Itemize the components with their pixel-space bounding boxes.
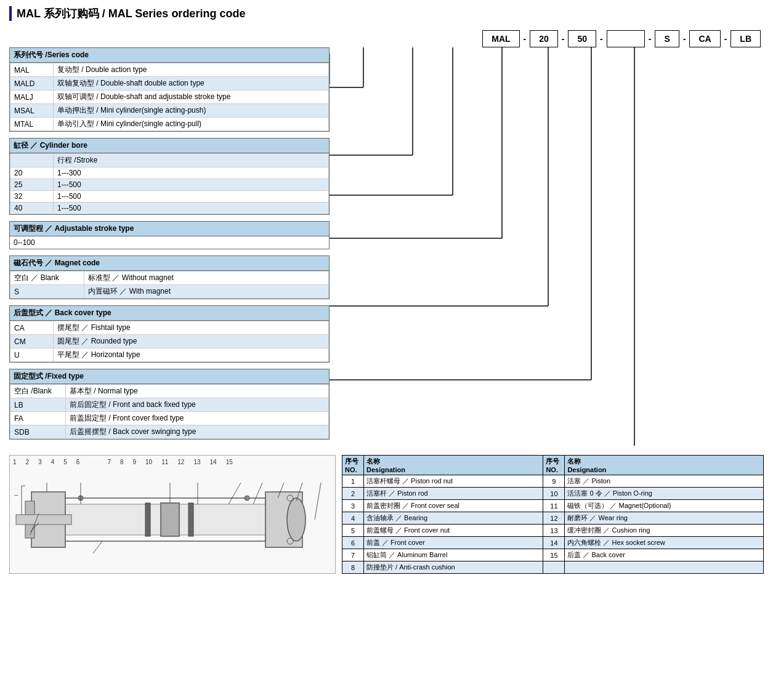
table-row: CA 摆尾型 ／ Fishtail type xyxy=(10,321,329,335)
desc-1: 活塞杆螺母 ／ Piston rod nut xyxy=(364,475,543,488)
magnet-s-code: S xyxy=(10,285,84,299)
num-5: 5 xyxy=(63,459,67,465)
bore-header-row: 行程 /Stroke xyxy=(10,154,329,167)
series-section: 系列代号 /Series code MAL 复动型 / Double actio… xyxy=(9,47,330,132)
bore-header: 缸径 ／ Cylinder bore xyxy=(10,139,329,153)
table-row: S 内置磁环 ／ With magnet xyxy=(10,285,329,299)
num-7: 7 xyxy=(107,459,111,465)
code-lb: LB xyxy=(731,31,761,47)
sep5: - xyxy=(679,31,690,47)
main-content: 系列代号 /Series code MAL 复动型 / Double actio… xyxy=(9,47,764,446)
series-desc-mal: 复动型 / Double action type xyxy=(54,63,329,77)
bore-col-header xyxy=(10,154,54,167)
fixed-fa-desc: 前盖固定型 / Front cover fixed type xyxy=(66,412,329,425)
no-7: 7 xyxy=(342,549,364,561)
stroke-25: 1---500 xyxy=(54,179,329,191)
num-4: 4 xyxy=(51,459,55,465)
header-desc1: 名称Designation xyxy=(364,456,543,475)
table-row: 空白 /Blank 基本型 / Normal type xyxy=(10,385,329,398)
desc-12: 耐磨环 ／ Wear ring xyxy=(565,512,764,525)
table-row: MSAL 单动押出型 / Mini cylinder(single acting… xyxy=(10,104,329,118)
code-blank1 xyxy=(607,31,644,47)
svg-text:─: ─ xyxy=(14,492,18,498)
fixed-section: 固定型式 /Fixed type 空白 /Blank 基本型 / Normal … xyxy=(9,369,330,440)
series-code-mal: MAL xyxy=(10,63,54,77)
bore-section: 缸径 ／ Cylinder bore 行程 /Stroke 20 1---300… xyxy=(9,138,330,215)
num-1: 1 xyxy=(13,459,17,465)
back-ca-code: CA xyxy=(10,321,54,335)
back-cm-desc: 圆尾型 ／ Rounded type xyxy=(54,335,329,348)
svg-rect-24 xyxy=(145,503,150,536)
diagram-area: 1 2 3 4 5 6 7 8 9 10 11 12 13 14 15 xyxy=(9,455,336,574)
desc-3: 前盖密封圈 ／ Front cover seal xyxy=(364,500,543,512)
magnet-s-desc: 内置磁环 ／ With magnet xyxy=(84,285,329,299)
parts-row-1: 1 活塞杆螺母 ／ Piston rod nut 9 活塞 ／ Piston xyxy=(342,475,764,488)
left-column: 系列代号 /Series code MAL 复动型 / Double actio… xyxy=(9,47,330,446)
table-row: 20 1---300 xyxy=(10,167,329,179)
series-desc-mtal: 单动引入型 / Mini cylinder(single acting-pull… xyxy=(54,118,329,131)
num-12: 12 xyxy=(177,459,184,465)
no-8: 8 xyxy=(342,561,364,574)
series-desc-mald: 双轴复动型 / Double-shaft double action type xyxy=(54,77,329,91)
parts-table-area: 序号NO. 名称Designation 序号NO. 名称Designation … xyxy=(342,455,764,574)
no-6: 6 xyxy=(342,537,364,549)
desc-empty xyxy=(565,561,764,574)
desc-7: 铝缸筒 ／ Aluminum Barrel xyxy=(364,549,543,561)
series-code-malj: MALJ xyxy=(10,91,54,104)
svg-line-36 xyxy=(93,541,102,553)
header-no1: 序号NO. xyxy=(342,456,364,475)
fixed-lb-code: LB xyxy=(10,398,66,412)
page-title: MAL 系列订购码 / MAL Series ordering code xyxy=(9,6,764,21)
no-5: 5 xyxy=(342,525,364,537)
parts-header-row: 序号NO. 名称Designation 序号NO. 名称Designation xyxy=(342,456,764,475)
no-12: 12 xyxy=(543,512,565,525)
series-code-mtal: MTAL xyxy=(10,118,54,131)
desc-2: 活塞杆 ／ Piston rod xyxy=(364,488,543,500)
num-11: 11 xyxy=(161,459,168,465)
no-2: 2 xyxy=(342,488,364,500)
table-row: 空白 ／ Blank 标准型 ／ Without magnet xyxy=(10,272,329,285)
desc-8: 防撞垫片 / Anti-crash cushion xyxy=(364,561,543,574)
magnet-blank-desc: 标准型 ／ Without magnet xyxy=(84,272,329,285)
back-cover-table: CA 摆尾型 ／ Fishtail type CM 圆尾型 ／ Rounded … xyxy=(10,321,329,362)
num-14: 14 xyxy=(210,459,217,465)
table-row: 40 1---500 xyxy=(10,203,329,214)
mechanism-svg: ─ xyxy=(13,467,327,566)
series-table: MAL 复动型 / Double action type MALD 双轴复动型 … xyxy=(10,63,329,131)
fixed-table: 空白 /Blank 基本型 / Normal type LB 前后固定型 / F… xyxy=(10,384,329,439)
svg-rect-20 xyxy=(161,503,179,536)
desc-14: 内六角螺栓 ／ Hex socket screw xyxy=(565,537,764,549)
table-row: SDB 后盖摇摆型 / Back cover swinging type xyxy=(10,425,329,439)
no-14: 14 xyxy=(543,537,565,549)
page: MAL 系列订购码 / MAL Series ordering code MAL… xyxy=(0,0,773,580)
code-20: 20 xyxy=(530,31,558,47)
code-ca: CA xyxy=(690,31,720,47)
desc-13: 缓冲密封圈 ／ Cushion ring xyxy=(565,525,764,537)
parts-row-3: 3 前盖密封圈 ／ Front cover seal 11 磁铁（可选） ／ M… xyxy=(342,500,764,512)
stroke-32: 1---500 xyxy=(54,191,329,203)
svg-line-40 xyxy=(253,483,262,504)
series-code-mald: MALD xyxy=(10,77,54,91)
parts-row-5: 5 前盖螺母 ／ Front cover nut 13 缓冲密封圈 ／ Cush… xyxy=(342,525,764,537)
table-row: FA 前盖固定型 / Front cover fixed type xyxy=(10,412,329,425)
series-desc-msal: 单动押出型 / Mini cylinder(single acting-push… xyxy=(54,104,329,118)
sep1: - xyxy=(519,31,530,47)
fixed-blank-desc: 基本型 / Normal type xyxy=(66,385,329,398)
svg-line-43 xyxy=(315,483,321,520)
num-9: 9 xyxy=(133,459,137,465)
svg-point-26 xyxy=(287,498,306,541)
no-15: 15 xyxy=(543,549,565,561)
svg-rect-25 xyxy=(188,503,193,536)
header-desc2: 名称Designation xyxy=(565,456,764,475)
table-row: MTAL 单动引入型 / Mini cylinder(single acting… xyxy=(10,118,329,131)
num-6: 6 xyxy=(76,459,80,465)
sep6: - xyxy=(720,31,731,47)
back-cover-section: 后盖型式 ／ Back cover type CA 摆尾型 ／ Fishtail… xyxy=(9,305,330,363)
magnet-header: 磁石代号 ／ Magnet code xyxy=(10,256,329,271)
sep4: - xyxy=(644,31,655,47)
no-11: 11 xyxy=(543,500,565,512)
bore-table: 行程 /Stroke 20 1---300 25 1---500 32 1---… xyxy=(10,153,329,214)
table-row: MAL 复动型 / Double action type xyxy=(10,63,329,77)
fixed-header: 固定型式 /Fixed type xyxy=(10,369,329,384)
table-row: CM 圆尾型 ／ Rounded type xyxy=(10,335,329,348)
